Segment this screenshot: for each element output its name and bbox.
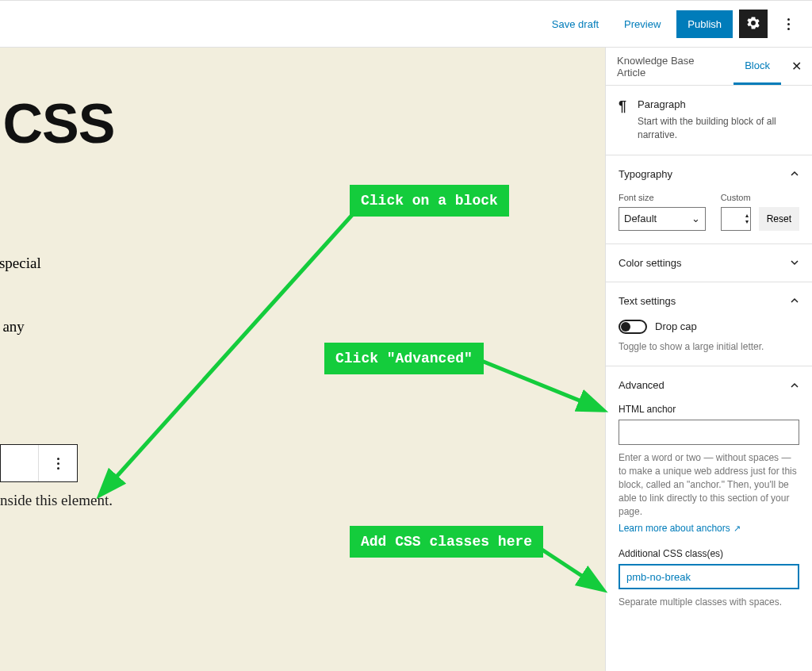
more-options-button[interactable] xyxy=(774,10,802,38)
additional-css-label: Additional CSS class(es) xyxy=(619,548,799,559)
settings-sidebar: Knowledge Base Article Block ✕ ¶ Paragra… xyxy=(606,48,812,671)
kebab-icon xyxy=(57,458,59,470)
spinner-arrows-icon: ▴▾ xyxy=(745,213,749,225)
font-size-select[interactable]: Default ⌄ xyxy=(619,207,706,231)
tab-block[interactable]: Block xyxy=(733,48,781,85)
custom-size-input[interactable]: ▴▾ xyxy=(721,207,751,231)
chevron-down-icon xyxy=(790,258,799,267)
html-anchor-help: Enter a word or two — without spaces — t… xyxy=(619,451,799,518)
panel-typography-toggle[interactable]: Typography xyxy=(606,155,812,193)
annotation-add-css: Add CSS classes here xyxy=(350,526,543,558)
block-toolbar xyxy=(0,444,78,482)
block-type-name: Paragraph xyxy=(638,98,799,110)
panel-advanced: Advanced HTML anchor Enter a word or two… xyxy=(606,366,812,622)
drop-cap-label: Drop cap xyxy=(655,320,697,332)
block-type-description: Start with the building block of all nar… xyxy=(638,115,799,142)
publish-button[interactable]: Publish xyxy=(676,10,733,38)
additional-css-input[interactable] xyxy=(619,564,799,589)
block-toolbar-item[interactable] xyxy=(1,445,39,481)
panel-color: Color settings xyxy=(606,244,812,282)
editor-canvas[interactable]: Blog's CSS sses es are used to give cont… xyxy=(0,48,606,671)
paragraph-icon: ¶ xyxy=(619,98,626,142)
tab-document[interactable]: Knowledge Base Article xyxy=(606,48,733,85)
drop-cap-help: Toggle to show a large initial letter. xyxy=(619,340,799,354)
save-draft-link[interactable]: Save draft xyxy=(542,12,608,36)
panel-advanced-toggle[interactable]: Advanced xyxy=(606,366,812,404)
sidebar-close-button[interactable]: ✕ xyxy=(781,48,812,85)
chevron-up-icon xyxy=(790,296,799,305)
settings-button[interactable] xyxy=(739,10,768,38)
sidebar-tabs: Knowledge Base Article Block ✕ xyxy=(606,48,812,86)
kebab-icon xyxy=(787,18,790,30)
annotation-click-block: Click on a block xyxy=(350,185,509,217)
gear-icon xyxy=(745,15,761,33)
panel-typography: Typography Font size Default ⌄ Custom xyxy=(606,155,812,244)
selected-paragraph-block[interactable]: nside this element. xyxy=(0,492,113,509)
chevron-up-icon xyxy=(790,381,799,390)
font-size-label: Font size xyxy=(619,193,713,202)
drop-cap-toggle[interactable] xyxy=(619,320,647,334)
custom-size-label: Custom xyxy=(721,193,751,202)
editor-top-toolbar: Save draft Preview Publish xyxy=(0,0,812,48)
paragraph-block[interactable]: es are used to give content a special xyxy=(0,251,444,275)
learn-more-anchors-link[interactable]: Learn more about anchors ↗ xyxy=(619,523,741,534)
chevron-up-icon xyxy=(790,169,799,178)
panel-text-toggle[interactable]: Text settings xyxy=(606,282,812,320)
reset-font-size-button[interactable]: Reset xyxy=(759,207,799,231)
chevron-down-icon: ⌄ xyxy=(691,213,700,224)
external-link-icon: ↗ xyxy=(733,523,741,534)
panel-text-settings: Text settings Drop cap Toggle to show a … xyxy=(606,282,812,367)
additional-css-help: Separate multiple classes with spaces. xyxy=(619,596,799,609)
annotation-click-advanced: Click "Advanced" xyxy=(324,343,484,374)
close-icon: ✕ xyxy=(791,59,802,74)
block-card: ¶ Paragraph Start with the building bloc… xyxy=(606,86,812,155)
html-anchor-label: HTML anchor xyxy=(619,404,799,415)
preview-link[interactable]: Preview xyxy=(615,12,670,36)
panel-color-toggle[interactable]: Color settings xyxy=(606,244,812,282)
paragraph-block[interactable]: erg), to add a CSS class onto any xyxy=(0,315,444,339)
block-toolbar-more[interactable] xyxy=(39,445,77,481)
html-anchor-input[interactable] xyxy=(619,420,799,445)
